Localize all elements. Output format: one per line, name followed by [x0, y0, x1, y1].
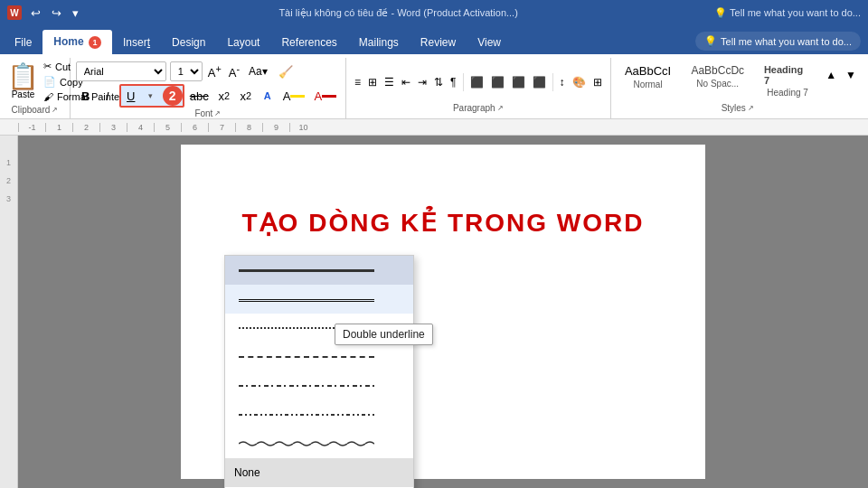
align-left-button[interactable]: ⬛: [467, 72, 486, 92]
title-bar-left: W ↩ ↪ ▾: [7, 5, 82, 22]
scissors-icon: ✂: [43, 61, 52, 72]
styles-expand-icon[interactable]: ↗: [748, 104, 754, 112]
change-case-button[interactable]: Aa▾: [245, 61, 271, 81]
customize-btn[interactable]: ▾: [69, 5, 82, 22]
bold-button[interactable]: B: [76, 86, 96, 106]
font-name-select[interactable]: Arial: [76, 61, 166, 81]
underline-wave-item[interactable]: [225, 429, 413, 458]
none-label: None: [234, 466, 260, 479]
text-effect-button[interactable]: A: [258, 86, 278, 106]
font-color-button[interactable]: A: [310, 86, 340, 106]
ruler-mark: 5: [154, 123, 181, 132]
para-buttons: ≡ ⊞ ☰ ⇤ ⇥ ⇅ ¶ ⬛ ⬛ ⬛ ⬛ ↕ 🎨 ⊞: [352, 58, 604, 103]
increase-indent-button[interactable]: ⇥: [415, 72, 429, 92]
underline-none-item[interactable]: None: [225, 458, 413, 487]
clipboard-group: 📋 Paste ✂ Cut 📄 Copy 🖌 Format Painter: [4, 58, 71, 118]
tab-layout[interactable]: Layout: [216, 31, 270, 54]
styles-label: Styles ↗: [617, 103, 859, 115]
tab-insert[interactable]: Insert: [112, 31, 161, 54]
clear-format-button[interactable]: 🧹: [275, 61, 297, 81]
underline-dot-dot-dash-item[interactable]: [225, 400, 413, 429]
ribbon-tabs: File Home 1 Insert Design Layout Referen…: [0, 25, 868, 54]
tab-home[interactable]: Home 1: [42, 30, 112, 54]
font-size-decrease-button[interactable]: A-: [227, 62, 241, 80]
tab-review[interactable]: Review: [410, 31, 467, 54]
align-right-button[interactable]: ⬛: [509, 72, 528, 92]
clipboard-expand-icon[interactable]: ↗: [52, 106, 58, 114]
tab-references[interactable]: References: [270, 31, 347, 54]
underline-dash-item[interactable]: [225, 343, 413, 371]
text-highlight-button[interactable]: A: [279, 86, 309, 106]
multilevel-list-button[interactable]: ☰: [382, 72, 397, 92]
shading-button[interactable]: 🎨: [570, 72, 589, 92]
bullet-list-button[interactable]: ≡: [352, 72, 363, 92]
font-expand-icon[interactable]: ↗: [214, 109, 221, 117]
line-num-3: 3: [6, 190, 11, 208]
undo-button[interactable]: ↩: [27, 5, 44, 22]
home-badge: 1: [89, 36, 101, 49]
style-heading7[interactable]: Heading 7 Heading 7: [756, 61, 819, 100]
font-group-top: Arial 11 A+ A- Aa▾ 🧹: [76, 58, 340, 83]
tab-file[interactable]: File: [4, 31, 42, 54]
dot-dot-dash-line-preview: [239, 414, 374, 416]
tab-mailings[interactable]: Mailings: [348, 31, 410, 54]
tell-me-bar[interactable]: 💡 Tell me what you want to do...: [695, 32, 861, 51]
styles-content: AaBbCcI Normal AaBbCcDc No Spac... Headi…: [617, 61, 859, 103]
sort-button[interactable]: ⇅: [431, 72, 446, 92]
align-center-button[interactable]: ⬛: [488, 72, 507, 92]
styles-up-button[interactable]: ▲: [823, 65, 839, 85]
style-normal[interactable]: AaBbCcI Normal: [617, 61, 680, 92]
subscript-button[interactable]: x2: [214, 86, 234, 106]
page-heading: TẠO DÒNG KẺ TRONG WORD: [208, 208, 678, 238]
font-group-label: Font: [194, 108, 212, 118]
font-size-increase-button[interactable]: A+: [206, 62, 223, 80]
tab-view[interactable]: View: [467, 31, 512, 54]
italic-button[interactable]: I: [98, 86, 118, 106]
margin-numbers: 1 2 3: [0, 136, 18, 488]
styles-group: AaBbCcI Normal AaBbCcDc No Spac... Headi…: [611, 58, 864, 118]
style-no-spacing[interactable]: AaBbCcDc No Spac...: [684, 61, 752, 91]
underline-dropdown-button[interactable]: ▾: [141, 86, 161, 106]
justify-button[interactable]: ⬛: [530, 72, 549, 92]
underline-dropdown-menu: None More Underlines... 🎨 Underline Colo…: [224, 255, 414, 488]
line-num-2: 2: [6, 172, 11, 190]
page-area: TẠO DÒNG KẺ TRONG WORD: [18, 136, 868, 488]
ruler-mark: 9: [262, 123, 289, 132]
word-icon: W: [7, 5, 22, 20]
clipboard-label: Clipboard ↗: [7, 105, 62, 117]
underline-dot-dash-item[interactable]: [225, 371, 413, 400]
show-marks-button[interactable]: ¶: [448, 72, 458, 92]
border-button[interactable]: ⊞: [590, 72, 605, 92]
paragraph-group: ≡ ⊞ ☰ ⇤ ⇥ ⇅ ¶ ⬛ ⬛ ⬛ ⬛ ↕ 🎨 ⊞ Paragraph ↗: [346, 58, 610, 118]
ruler-mark: 8: [235, 123, 262, 132]
font-size-select[interactable]: 11: [170, 61, 203, 81]
paragraph-expand-icon[interactable]: ↗: [497, 104, 504, 112]
underline-double-item[interactable]: [225, 285, 413, 314]
paragraph-label: Paragraph ↗: [352, 103, 604, 115]
decrease-indent-button[interactable]: ⇤: [399, 72, 413, 92]
ribbon-toolbar: 📋 Paste ✂ Cut 📄 Copy 🖌 Format Painter: [0, 54, 868, 119]
style-normal-preview: AaBbCcI: [625, 64, 671, 78]
superscript-button[interactable]: x2: [236, 86, 256, 106]
wave-line-preview: [239, 440, 374, 447]
title-bar: W ↩ ↪ ▾ Tài liệu không có tiêu đề - Word…: [0, 0, 868, 25]
line-spacing-button[interactable]: ↕: [557, 72, 568, 92]
clipboard-group-content: 📋 Paste ✂ Cut 📄 Copy 🖌 Format Painter: [7, 58, 62, 105]
underline-button[interactable]: U: [121, 86, 141, 106]
undo-redo-group: ↩ ↪ ▾: [27, 5, 82, 22]
styles-down-button[interactable]: ▼: [843, 65, 859, 85]
tell-me-title: 💡 Tell me what you want to do...: [714, 7, 861, 19]
tab-design[interactable]: Design: [161, 31, 216, 54]
paste-label: Paste: [12, 89, 35, 99]
document-area: 1 2 3 TẠO DÒNG KẺ TRONG WORD: [0, 136, 868, 488]
dash-line-preview: [239, 356, 374, 358]
strikethrough-button[interactable]: abc: [186, 86, 212, 106]
redo-button[interactable]: ↪: [48, 5, 65, 22]
paste-button[interactable]: 📋 Paste: [7, 58, 39, 105]
double-line-preview: [239, 297, 374, 302]
underline-thick-item[interactable]: [225, 256, 413, 285]
style-heading7-preview: Heading 7: [764, 64, 811, 86]
tell-me-icon: 💡: [704, 35, 717, 47]
number-list-button[interactable]: ⊞: [365, 72, 380, 92]
paste-icon: 📋: [7, 64, 39, 89]
